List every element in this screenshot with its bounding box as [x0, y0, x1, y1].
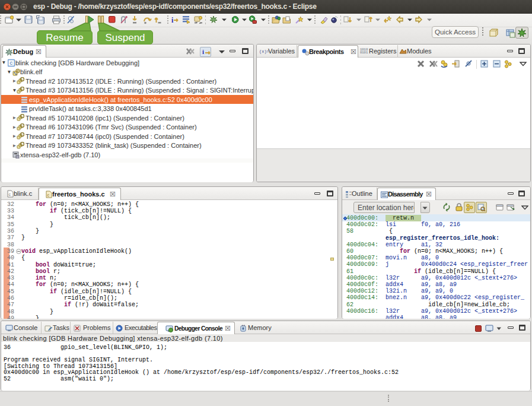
svg-text:i: i: [171, 16, 174, 24]
svg-text:c: c: [47, 193, 50, 197]
svg-text:c: c: [9, 192, 11, 196]
svg-text:c: c: [9, 61, 12, 66]
